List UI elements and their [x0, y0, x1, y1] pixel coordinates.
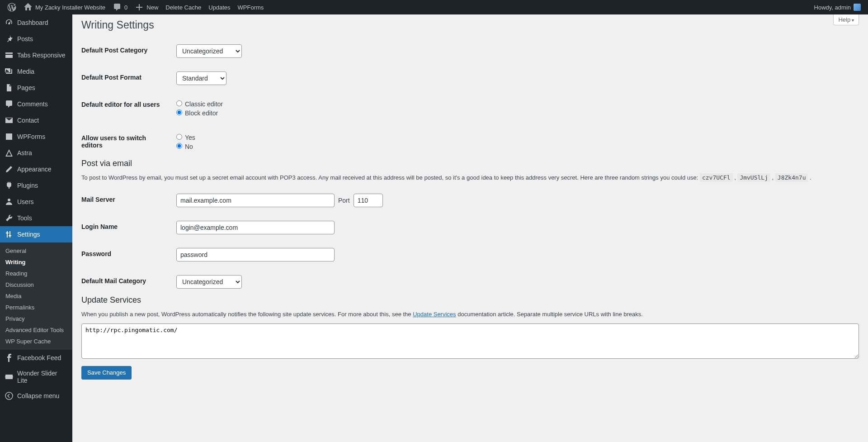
menu-media[interactable]: Media: [0, 63, 72, 80]
switch-yes-radio[interactable]: [176, 134, 182, 140]
site-name-link[interactable]: My Zacky Installer Website: [20, 0, 109, 14]
switch-editors-label: Allow users to switch editors: [81, 125, 172, 159]
mail-server-label: Mail Server: [81, 187, 172, 214]
port-input[interactable]: [354, 194, 383, 207]
mail-category-label: Default Mail Category: [81, 268, 172, 295]
editor-classic-option[interactable]: Classic editor: [176, 100, 854, 108]
menu-label: Tools: [17, 214, 32, 222]
plug-icon: [5, 181, 14, 190]
switch-no-option[interactable]: No: [176, 143, 854, 150]
menu-label: Astra: [17, 149, 32, 157]
astra-icon: [5, 148, 14, 157]
password-label: Password: [81, 241, 172, 268]
default-category-select[interactable]: Uncategorized: [176, 44, 242, 58]
menu-label: Comments: [17, 100, 48, 108]
mail-server-input[interactable]: [176, 194, 335, 207]
plus-icon: [135, 3, 144, 12]
collapse-menu[interactable]: Collapse menu: [0, 388, 72, 404]
wpforms-link[interactable]: WPForms: [234, 0, 268, 14]
post-via-email-description: To post to WordPress by email, you must …: [81, 174, 859, 181]
mail-category-select[interactable]: Uncategorized: [176, 275, 242, 289]
menu-users[interactable]: Users: [0, 194, 72, 210]
menu-astra[interactable]: Astra: [0, 145, 72, 161]
menu-tools[interactable]: Tools: [0, 210, 72, 226]
random-string-1: czv7UCFl: [700, 173, 733, 182]
new-content-link[interactable]: New: [131, 0, 162, 14]
submenu-privacy[interactable]: Privacy: [0, 313, 72, 324]
default-format-label: Default Post Format: [81, 65, 172, 92]
menu-appearance[interactable]: Appearance: [0, 161, 72, 177]
svg-point-0: [5, 392, 13, 399]
tabs-icon: [5, 51, 14, 60]
submenu-discussion[interactable]: Discussion: [0, 279, 72, 290]
save-changes-button[interactable]: Save Changes: [81, 366, 132, 380]
menu-label: Wonder Slider Lite: [17, 370, 68, 384]
menu-facebook-feed[interactable]: Facebook Feed: [0, 350, 72, 366]
switch-yes-option[interactable]: Yes: [176, 134, 854, 141]
menu-label: Tabs Responsive: [17, 52, 66, 59]
help-tab-container: Help: [833, 14, 859, 25]
wordpress-logo-menu[interactable]: [4, 0, 20, 14]
menu-dashboard[interactable]: Dashboard: [0, 14, 72, 31]
menu-tabs-responsive[interactable]: Tabs Responsive: [0, 47, 72, 63]
menu-plugins[interactable]: Plugins: [0, 177, 72, 194]
default-format-select[interactable]: Standard: [176, 71, 226, 85]
menu-contact[interactable]: Contact: [0, 112, 72, 128]
my-account-link[interactable]: Howdy, admin: [811, 0, 864, 14]
update-services-link[interactable]: Update Services: [413, 311, 456, 318]
media-icon: [5, 67, 14, 76]
form-icon: [5, 132, 14, 141]
menu-label: Media: [17, 68, 34, 75]
menu-pages[interactable]: Pages: [0, 80, 72, 96]
default-category-label: Default Post Category: [81, 38, 172, 65]
help-button[interactable]: Help: [833, 14, 859, 25]
update-services-heading: Update Services: [81, 295, 859, 305]
comments-icon: [5, 100, 14, 109]
editor-block-radio[interactable]: [176, 109, 182, 115]
settings-submenu: General Writing Reading Discussion Media…: [0, 242, 72, 350]
submenu-wp-super-cache[interactable]: WP Super Cache: [0, 336, 72, 347]
login-name-label: Login Name: [81, 214, 172, 241]
wordpress-icon: [7, 3, 16, 12]
menu-label: Pages: [17, 84, 35, 91]
updates-link[interactable]: Updates: [205, 0, 234, 14]
editor-block-option[interactable]: Block editor: [176, 109, 854, 117]
submenu-permalinks[interactable]: Permalinks: [0, 302, 72, 313]
submenu-general[interactable]: General: [0, 245, 72, 257]
menu-settings[interactable]: Settings: [0, 226, 72, 242]
menu-label: Facebook Feed: [17, 354, 61, 361]
submenu-media[interactable]: Media: [0, 290, 72, 302]
site-name-text: My Zacky Installer Website: [35, 4, 105, 11]
menu-label: Dashboard: [17, 19, 48, 26]
menu-label: WPForms: [17, 133, 45, 140]
dashboard-icon: [5, 18, 14, 27]
admin-bar: My Zacky Installer Website 0 New Delete …: [0, 0, 868, 14]
submenu-writing[interactable]: Writing: [0, 257, 72, 268]
menu-wonder-slider[interactable]: Wonder Slider Lite: [0, 366, 72, 388]
menu-wpforms[interactable]: WPForms: [0, 128, 72, 145]
password-input[interactable]: [176, 248, 335, 261]
menu-posts[interactable]: Posts: [0, 31, 72, 47]
menu-comments[interactable]: Comments: [0, 96, 72, 112]
menu-label: Collapse menu: [17, 392, 59, 399]
editor-classic-radio[interactable]: [176, 100, 182, 106]
brush-icon: [5, 165, 14, 174]
submenu-advanced-editor[interactable]: Advanced Editor Tools: [0, 324, 72, 336]
comments-link[interactable]: 0: [109, 0, 131, 14]
page-title: Writing Settings: [81, 14, 859, 34]
pin-icon: [5, 34, 14, 43]
mail-icon: [5, 116, 14, 125]
login-name-input[interactable]: [176, 221, 335, 234]
delete-cache-link[interactable]: Delete Cache: [162, 0, 205, 14]
menu-label: Settings: [17, 231, 40, 238]
submenu-reading[interactable]: Reading: [0, 268, 72, 279]
switch-no-radio[interactable]: [176, 143, 182, 149]
post-via-email-heading: Post via email: [81, 159, 859, 168]
ping-sites-textarea[interactable]: [81, 323, 859, 359]
pages-icon: [5, 83, 14, 92]
random-string-2: JmvUSlLj: [737, 173, 770, 182]
users-icon: [5, 197, 14, 206]
admin-sidebar: Dashboard Posts Tabs Responsive Media Pa…: [0, 14, 72, 404]
sliders-icon: [5, 230, 14, 239]
slider-icon: [5, 372, 14, 381]
